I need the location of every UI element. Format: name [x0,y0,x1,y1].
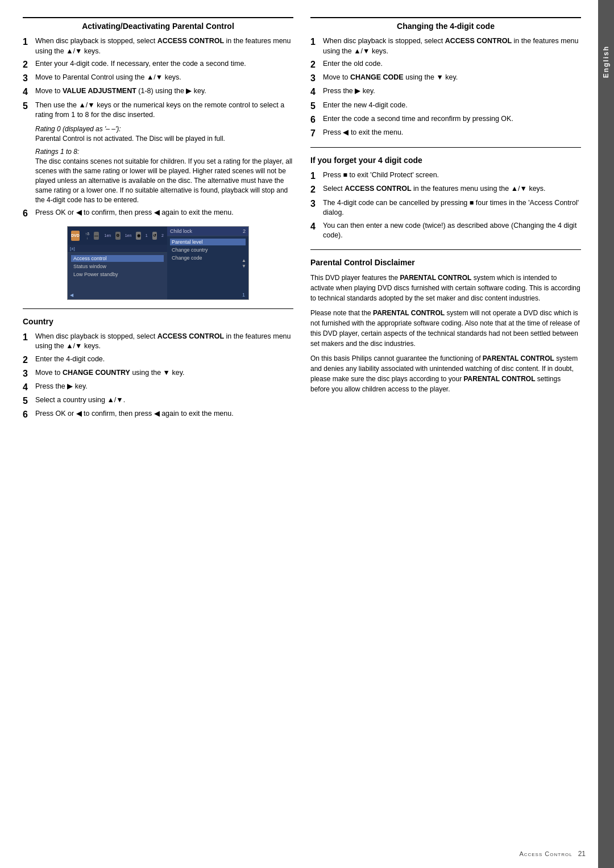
list-item: 2 Enter your 4-digit code. If necessary,… [23,59,293,70]
step-content: When disc playback is stopped, select AC… [35,36,293,56]
step-number: 5 [23,395,32,406]
step-content: The 4-digit code can be cancelled by pre… [323,198,581,218]
two-column-layout: Activating/Deactivating Parental Control… [23,17,581,423]
step-number: 2 [23,59,32,70]
step-number: 1 [310,170,320,181]
step-number: 1 [23,36,32,56]
footer-page: 21 [578,850,586,858]
screenshot-container: DVD ↑δ ↓ — 1en ⚙ 1en ◉ [23,226,293,300]
step-content: Enter the code a second time and reconfi… [323,114,581,125]
list-item: 1 When disc playback is stopped, select … [23,36,293,56]
forget-code-steps: 1 Press ■ to exit 'Child Protect' screen… [310,170,581,240]
step-number: 2 [310,184,320,195]
screen-menu-item: Access control [71,255,164,262]
list-item: 2 Enter the 4-digit code. [23,354,293,365]
section-change-code-title: Changing the 4-digit code [310,18,581,31]
list-item: 3 The 4-digit code can be cancelled by p… [310,198,581,218]
list-item: 2 Enter the old code. [310,59,581,70]
language-side-tab: English [598,0,614,868]
step-content: Press ◀ to exit the menu. [323,128,581,139]
step-number: 5 [310,101,320,111]
step-content: Enter your 4-digit code. If necessary, e… [35,59,293,70]
step-content: Select ACCESS CONTROL in the features me… [323,184,581,195]
sub-note-ratings1to8: Ratings 1 to 8: The disc contains scenes… [35,148,293,205]
list-item: 4 You can then enter a new code (twice!)… [310,221,581,241]
section1-step6: 6 Press OK or ◀ to confirm, then press ◀… [23,208,293,219]
screen-left-panel: DVD ↑δ ↓ — 1en ⚙ 1en ◉ [68,227,167,299]
disclaimer-title: Parental Control Disclaimer [310,254,581,267]
list-item: 6 Press OK or ◀ to confirm, then press ◀… [23,208,293,219]
step-number: 3 [23,73,32,84]
footer-title: Access Control [519,850,572,857]
list-item: 7 Press ◀ to exit the menu. [310,128,581,139]
disclaimer-para2: Please note that the PARENTAL CONTROL sy… [310,308,581,349]
forget-code-title: If you forget your 4 digit code [310,152,581,165]
step-number: 2 [310,59,320,70]
main-content: Activating/Deactivating Parental Control… [0,0,598,868]
screen-right-items: Parental level Change country Change cod… [167,236,248,264]
step-number: 4 [310,86,320,97]
list-item: 6 Press OK or ◀ to confirm, then press ◀… [23,409,293,420]
step-content: Press the ▶ key. [323,86,581,97]
list-item: 3 Move to Parental Control using the ▲/▼… [23,73,293,84]
screen-icon4: ↺ [152,232,157,240]
country-divider [23,308,293,309]
list-item: 3 Move to CHANGE CODE using the ▼ key. [310,73,581,84]
country-title: Country [23,314,293,326]
disclaimer-divider [310,249,581,250]
screen-right-item: Change country [170,247,246,253]
step-number: 6 [23,409,32,420]
step-number: 6 [23,208,32,219]
list-item: 2 Select ACCESS CONTROL in the features … [310,184,581,195]
disclaimer-section: This DVD player features the PARENTAL CO… [310,273,581,394]
list-item: 4 Press the ▶ key. [23,382,293,393]
step-content: Press the ▶ key. [35,382,293,393]
step-content: Move to CHANGE CODE using the ▼ key. [323,73,581,84]
section1-steps: 1 When disc playback is stopped, select … [23,36,293,120]
sub-note-body: The disc contains scenes not suitable fo… [35,157,293,205]
screen-right-header: Child lock 2 [167,227,248,236]
step-content: Move to CHANGE COUNTRY using the ▼ key. [35,368,293,379]
page-footer: Access Control 21 [519,850,586,858]
screen-icon1: — [94,232,98,240]
list-item: 5 Select a country using ▲/▼. [23,395,293,406]
list-item: 6 Enter the code a second time and recon… [310,114,581,125]
step-content: When disc playback is stopped, select AC… [35,332,293,352]
sub-note-rating0: Rating 0 (displayed as '– –'): Parental … [35,125,293,144]
screenshot-inner: DVD ↑δ ↓ — 1en ⚙ 1en ◉ [68,227,248,299]
screen-right-item: Change code [170,254,246,261]
list-item: 1 Press ■ to exit 'Child Protect' screen… [310,170,581,181]
step-number: 6 [310,114,320,125]
child-lock-label: Child lock [170,228,192,234]
list-item: 1 When disc playback is stopped, select … [23,332,293,352]
step-number: 1 [310,36,320,56]
screen-menu-item: Status window [71,263,164,270]
language-label: English [602,45,610,78]
step-number: 3 [23,368,32,379]
step-number: 3 [310,73,320,84]
page-container: Activating/Deactivating Parental Control… [0,0,614,868]
list-item: 1 When disc playback is stopped, select … [310,36,581,56]
step-number: 4 [310,221,320,241]
step-content: Move to VALUE ADJUSTMENT (1-8) using the… [35,86,293,97]
list-item: 5 Then use the ▲/▼ keys or the numerical… [23,101,293,120]
list-item: 4 Move to VALUE ADJUSTMENT (1-8) using t… [23,86,293,97]
list-item: 3 Move to CHANGE COUNTRY using the ▼ key… [23,368,293,379]
step-number: 3 [310,198,320,218]
step-content: Press OK or ◀ to confirm, then press ◀ a… [35,409,293,420]
screen-top-bar: DVD ↑δ ↓ — 1en ⚙ 1en ◉ [68,227,167,245]
right-column: Changing the 4-digit code 1 When disc pl… [310,17,581,423]
screenshot-box: DVD ↑δ ↓ — 1en ⚙ 1en ◉ [67,226,249,300]
step-content: Select a country using ▲/▼. [35,395,293,406]
country-steps: 1 When disc playback is stopped, select … [23,332,293,420]
screen-menu-item: Low Power standby [71,271,164,278]
list-item: 5 Enter the new 4-digit code. [310,101,581,111]
step-content: Then use the ▲/▼ keys or the numerical k… [35,101,293,120]
step-content: Move to Parental Control using the ▲/▼ k… [35,73,293,84]
screen-right-item: Parental level [170,239,246,245]
screen-right-panel: Child lock 2 Parental level Change count… [167,227,248,299]
step-content: When disc playback is stopped, select AC… [323,36,581,56]
change-code-steps: 1 When disc playback is stopped, select … [310,36,581,139]
step-content: You can then enter a new code (twice!) a… [323,221,581,241]
step-number: 2 [23,354,32,365]
